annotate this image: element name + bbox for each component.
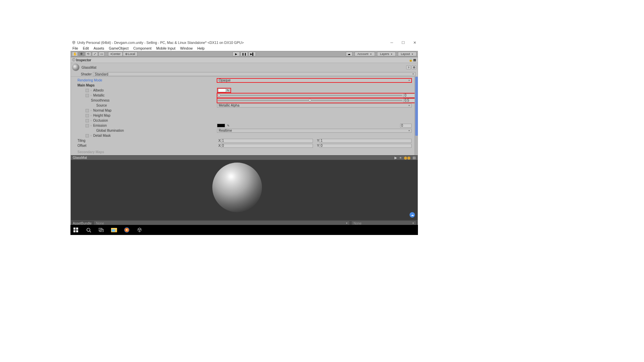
window-maximize-button[interactable]: ☐: [401, 41, 405, 45]
smoothness-slider[interactable]: [218, 100, 402, 101]
metallic-texture-slot[interactable]: [86, 94, 89, 97]
preview-cloud-icon[interactable]: ☁: [410, 212, 415, 218]
metallic-value-field[interactable]: 0: [404, 94, 415, 98]
step-button[interactable]: ▶▌: [249, 52, 256, 56]
smoothness-value-field[interactable]: 0.5: [404, 99, 415, 103]
window-minimize-button[interactable]: ─: [390, 41, 394, 45]
window-titlebar: Unity Personal (64bit) - Devgam.com.unit…: [70, 40, 418, 46]
tiling-x-field[interactable]: 1: [221, 139, 313, 143]
inspector-lock-icon[interactable]: 🔒: [409, 58, 413, 62]
occlusion-picker-icon[interactable]: ○: [90, 119, 92, 122]
gi-dropdown[interactable]: Realtime▾: [217, 129, 412, 133]
inspector-scrollbar[interactable]: [415, 77, 418, 155]
emission-color-swatch[interactable]: [217, 124, 225, 127]
albedo-color-swatch[interactable]: [218, 88, 226, 92]
layers-dropdown[interactable]: Layers▼: [377, 52, 396, 56]
shader-dropdown[interactable]: Standard▾: [93, 72, 416, 76]
svg-line-5: [90, 231, 91, 232]
menu-component[interactable]: Component: [133, 46, 151, 50]
tiling-x-label: X: [217, 139, 221, 142]
metallic-label: Metallic: [93, 94, 105, 97]
shader-label: Shader: [81, 72, 92, 76]
taskbar-taskview-icon[interactable]: [98, 227, 105, 233]
taskbar-blender-icon[interactable]: [123, 227, 130, 233]
preview-light-icon[interactable]: ☀: [399, 156, 402, 160]
source-dropdown[interactable]: Metallic Alpha▾: [217, 104, 412, 108]
detailmask-texture-slot[interactable]: [86, 134, 89, 137]
svg-rect-3: [76, 230, 78, 232]
tool-rect[interactable]: ▭: [99, 52, 105, 56]
detailmask-picker-icon[interactable]: ○: [90, 134, 92, 137]
metallic-picker-icon[interactable]: ○: [90, 94, 92, 97]
albedo-picker-icon[interactable]: ○: [90, 89, 92, 92]
secondary-maps-header: Secondary Maps: [73, 150, 416, 154]
preview-link-icon[interactable]: ⬤⬤: [404, 156, 411, 160]
menu-help[interactable]: Help: [197, 46, 205, 50]
menu-edit[interactable]: Edit: [83, 46, 89, 50]
preview-menu-icon[interactable]: ▤: [413, 156, 416, 160]
tool-scale[interactable]: ⤢: [92, 52, 98, 56]
cloud-button[interactable]: ☁: [346, 52, 353, 56]
material-settings-icon[interactable]: ⚙: [412, 65, 416, 69]
heightmap-texture-slot[interactable]: [86, 114, 89, 117]
menu-assets[interactable]: Assets: [94, 46, 104, 50]
tool-hand[interactable]: ✋: [72, 52, 78, 56]
emission-value-field[interactable]: 0: [400, 124, 412, 128]
svg-rect-1: [76, 228, 78, 230]
svg-rect-6: [99, 228, 102, 231]
material-preview-viewport[interactable]: ☁: [71, 160, 418, 220]
material-header: GlassMat ? ⚙: [71, 63, 418, 72]
taskbar-explorer-icon[interactable]: [111, 227, 117, 233]
albedo-eyedropper-icon[interactable]: ✎: [226, 88, 230, 92]
offset-x-field[interactable]: 0: [221, 144, 313, 148]
taskbar-search-icon[interactable]: [85, 227, 92, 233]
svg-rect-0: [73, 228, 75, 230]
emission-picker-icon[interactable]: ○: [90, 124, 92, 127]
menu-file[interactable]: File: [72, 46, 78, 50]
window-title: Unity Personal (64bit) - Devgam.com.unit…: [77, 41, 244, 45]
menu-window[interactable]: Window: [180, 46, 193, 50]
metallic-slider[interactable]: [218, 95, 402, 96]
emission-texture-slot[interactable]: [86, 124, 89, 127]
inspector-tab[interactable]: ⓘInspector 🔒 ▤: [71, 57, 418, 63]
offset-x-label: X: [217, 144, 221, 147]
taskbar-unity-icon[interactable]: [136, 227, 143, 233]
tool-rotate[interactable]: ⟲: [85, 52, 91, 56]
preview-play-icon[interactable]: ▶: [394, 156, 397, 160]
window-close-button[interactable]: ✕: [413, 41, 417, 45]
offset-y-field[interactable]: 0: [320, 144, 412, 148]
play-button[interactable]: ▶: [232, 52, 240, 56]
occlusion-texture-slot[interactable]: [86, 119, 89, 122]
offset-label: Offset: [73, 144, 217, 147]
material-properties: Rendering Mode Opaque▾ Main Maps ○Albedo…: [71, 77, 418, 155]
assetbundle-label: AssetBundle: [73, 222, 92, 225]
material-help-icon[interactable]: ?: [406, 65, 411, 69]
emission-label: Emission: [93, 124, 107, 127]
normalmap-picker-icon[interactable]: ○: [90, 109, 92, 112]
layout-dropdown[interactable]: Layout▼: [398, 52, 417, 56]
pivot-center-toggle[interactable]: ▪ Center: [108, 52, 123, 56]
tiling-y-field[interactable]: 1: [320, 139, 412, 143]
albedo-label: Albedo: [93, 88, 104, 92]
occlusion-label: Occlusion: [93, 119, 108, 122]
normalmap-label: Normal Map: [93, 109, 111, 112]
tiling-y-label: Y: [316, 139, 320, 142]
tool-move[interactable]: ✥: [78, 52, 85, 56]
unity-editor-window: Unity Personal (64bit) - Devgam.com.unit…: [70, 40, 418, 231]
albedo-texture-slot[interactable]: [86, 89, 89, 92]
menu-gameobject[interactable]: GameObject: [109, 46, 129, 50]
rendering-mode-dropdown[interactable]: Opaque▾: [217, 78, 412, 82]
account-dropdown[interactable]: Account▼: [355, 52, 375, 56]
source-label: Source: [73, 104, 217, 107]
menu-mobile-input[interactable]: Mobile Input: [156, 46, 175, 50]
windows-taskbar: [70, 225, 418, 235]
normalmap-texture-slot[interactable]: [86, 109, 89, 112]
pause-button[interactable]: ❚❚: [240, 52, 248, 56]
emission-eyedropper-icon[interactable]: ✎: [226, 124, 230, 127]
heightmap-picker-icon[interactable]: ○: [90, 114, 92, 117]
start-button[interactable]: [72, 227, 79, 233]
pivot-local-toggle[interactable]: ⊕ Local: [123, 52, 138, 56]
svg-point-4: [87, 228, 90, 231]
inspector-menu-icon[interactable]: ▤: [413, 58, 416, 62]
material-preview-header: GlassMat ▶ ☀ ⬤⬤ ▤: [71, 155, 418, 160]
